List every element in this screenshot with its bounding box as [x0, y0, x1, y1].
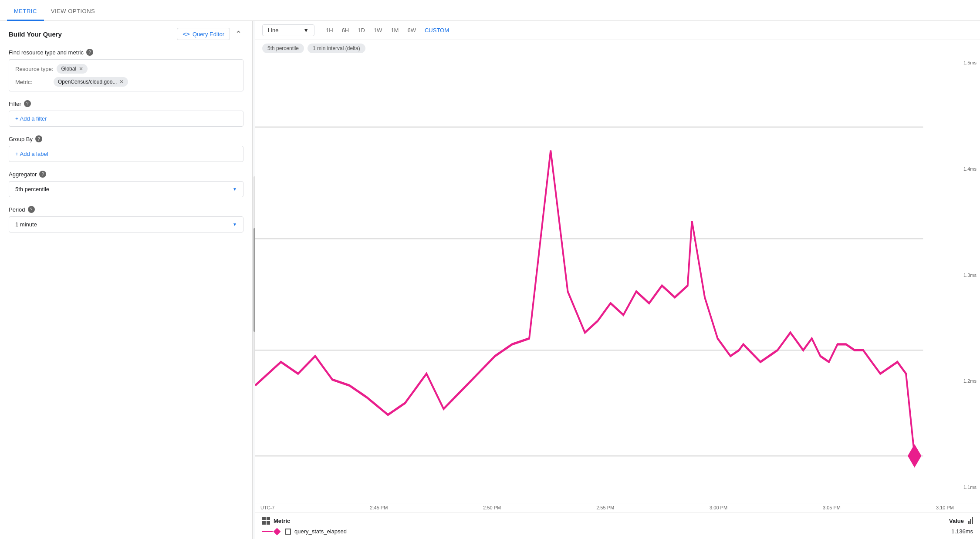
metric-key: Metric:: [15, 79, 50, 85]
chart-type-value: Line: [268, 27, 279, 34]
y-label-2: 1.4ms: [959, 166, 977, 172]
legend-line-indicator: [262, 529, 280, 534]
chart-svg-container: [255, 57, 957, 503]
time-btn-1m[interactable]: 1M: [386, 24, 403, 36]
legend-line-bar: [262, 531, 273, 532]
time-btn-6h[interactable]: 6H: [338, 24, 354, 36]
chart-wrapper: 1.5ms 1.4ms 1.3ms 1.2ms 1.1ms UTC-7 2:45…: [255, 57, 980, 512]
metric-row: Metric: OpenCensus/cloud.goo... ✕: [15, 77, 237, 87]
chart-and-axes: 1.5ms 1.4ms 1.3ms 1.2ms 1.1ms: [255, 57, 980, 503]
query-editor-label: Query Editor: [193, 31, 224, 37]
chart-toolbar: Line ▼ 1H 6H 1D 1W 1M 6W CUSTOM: [255, 21, 980, 40]
group-by-label: Group By ?: [9, 135, 243, 142]
tab-view-options[interactable]: VIEW OPTIONS: [44, 3, 102, 21]
filter-section: Filter ? + Add a filter: [9, 100, 243, 127]
period-value: 1 minute: [15, 221, 37, 228]
query-editor-button[interactable]: <> Query Editor: [177, 28, 230, 40]
resource-help-icon[interactable]: ?: [86, 49, 93, 56]
chart-filter-chips: 5th percentile 1 min interval (delta): [255, 40, 980, 57]
add-label-button[interactable]: + Add a label: [9, 146, 243, 162]
aggregator-value: 5th percentile: [15, 186, 49, 192]
build-query-header: Build Your Query <> Query Editor ⌃: [9, 28, 243, 40]
resource-type-row: Resource type: Global ✕: [15, 64, 237, 74]
y-label-3: 1.3ms: [959, 273, 977, 278]
aggregator-arrow-icon: ▼: [233, 187, 237, 192]
tab-metric[interactable]: METRIC: [7, 3, 44, 21]
x-axis: UTC-7 2:45 PM 2:50 PM 2:55 PM 3:00 PM 3:…: [255, 503, 980, 512]
filter-help-icon[interactable]: ?: [24, 100, 31, 107]
chart-legend: Metric Value: [255, 512, 980, 539]
legend-value-header: Value: [949, 517, 973, 524]
group-by-help-icon[interactable]: ?: [35, 135, 42, 142]
filter-chip-interval[interactable]: 1 min interval (delta): [308, 44, 365, 53]
group-by-section: Group By ? + Add a label: [9, 135, 243, 162]
metric-chip[interactable]: OpenCensus/cloud.goo... ✕: [54, 77, 128, 87]
svg-marker-4: [908, 444, 921, 468]
code-icon: <>: [182, 30, 190, 37]
add-filter-button[interactable]: + Add a filter: [9, 111, 243, 127]
x-label-2: 2:50 PM: [483, 505, 501, 510]
x-label-1: 2:45 PM: [370, 505, 388, 510]
period-arrow-icon: ▼: [233, 222, 237, 227]
time-btn-1w[interactable]: 1W: [369, 24, 387, 36]
legend-header: Metric Value: [262, 517, 973, 525]
period-label: Period ?: [9, 206, 243, 213]
y-axis: 1.5ms 1.4ms 1.3ms 1.2ms 1.1ms: [957, 57, 980, 503]
resource-type-key: Resource type:: [15, 66, 53, 72]
legend-metric-value: 1.136ms: [951, 528, 973, 535]
period-select[interactable]: 1 minute ▼: [9, 216, 243, 232]
legend-square-icon: [285, 529, 291, 535]
legend-row: query_stats_elapsed 1.136ms: [262, 528, 973, 535]
resource-box: Resource type: Global ✕ Metric: OpenCens…: [9, 59, 243, 91]
time-btn-1h[interactable]: 1H: [321, 24, 338, 36]
aggregator-section: Aggregator ? 5th percentile ▼: [9, 171, 243, 197]
x-label-4: 3:00 PM: [710, 505, 727, 510]
chart-type-select[interactable]: Line ▼: [262, 24, 314, 36]
resource-type-close[interactable]: ✕: [79, 66, 83, 72]
x-label-5: 3:05 PM: [823, 505, 841, 510]
y-label-4: 1.2ms: [959, 378, 977, 384]
resource-section: Find resource type and metric ? Resource…: [9, 49, 243, 91]
y-label-5: 1.1ms: [959, 485, 977, 490]
aggregator-help-icon[interactable]: ?: [39, 171, 46, 178]
aggregator-select[interactable]: 5th percentile ▼: [9, 181, 243, 197]
aggregator-label: Aggregator ?: [9, 171, 243, 178]
build-query-title: Build Your Query: [9, 30, 62, 38]
period-help-icon[interactable]: ?: [28, 206, 35, 213]
period-section: Period ? 1 minute ▼: [9, 206, 243, 232]
right-panel: Line ▼ 1H 6H 1D 1W 1M 6W CUSTOM 5th perc…: [255, 21, 980, 539]
legend-metric-name: query_stats_elapsed: [294, 528, 347, 535]
x-label-6: 3:10 PM: [936, 505, 954, 510]
grid-icon: [262, 517, 270, 525]
x-label-0: UTC-7: [260, 505, 274, 510]
legend-diamond-icon: [274, 528, 281, 535]
chart-type-arrow-icon: ▼: [303, 27, 309, 34]
legend-metric-header: Metric: [262, 517, 290, 525]
resource-type-chip[interactable]: Global ✕: [57, 64, 88, 74]
bars-icon: [968, 517, 973, 524]
time-btn-6w[interactable]: 6W: [403, 24, 420, 36]
filter-chip-percentile[interactable]: 5th percentile: [262, 44, 304, 53]
legend-row-left: query_stats_elapsed: [262, 528, 347, 535]
tab-bar: METRIC VIEW OPTIONS: [0, 0, 980, 21]
y-label-1: 1.5ms: [959, 60, 977, 65]
time-btn-custom[interactable]: CUSTOM: [420, 24, 453, 36]
chart-svg: [255, 57, 957, 503]
x-label-3: 2:55 PM: [596, 505, 614, 510]
collapse-button[interactable]: ⌃: [233, 29, 243, 39]
time-btn-1d[interactable]: 1D: [353, 24, 369, 36]
resource-section-label: Find resource type and metric ?: [9, 49, 243, 56]
filter-section-label: Filter ?: [9, 100, 243, 107]
left-panel: Build Your Query <> Query Editor ⌃ Find …: [0, 21, 253, 539]
metric-close[interactable]: ✕: [119, 79, 124, 85]
main-content: Build Your Query <> Query Editor ⌃ Find …: [0, 21, 980, 539]
